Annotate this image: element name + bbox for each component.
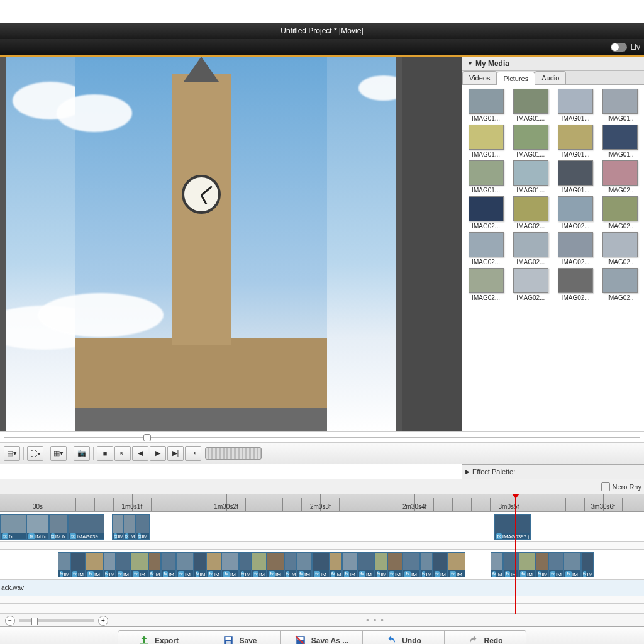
timeline-clip[interactable]: fxIM bbox=[116, 552, 131, 577]
media-thumbnail[interactable]: IMAG01... bbox=[465, 125, 507, 158]
timeline-clip[interactable]: fxIM bbox=[206, 552, 221, 577]
save-button[interactable]: Save bbox=[199, 630, 281, 645]
export-button[interactable]: Export bbox=[118, 630, 199, 645]
media-panel-title[interactable]: My Media bbox=[462, 57, 644, 71]
playhead[interactable] bbox=[515, 494, 516, 614]
media-thumbnail[interactable]: IMAG02... bbox=[465, 268, 507, 301]
settings-menu-button[interactable]: ▤▾ bbox=[4, 446, 20, 461]
video-track-2[interactable]: fxIMfxIMfxIMfxIMfxIMfxIMfxIMfxIMfxIMfxIM… bbox=[0, 550, 644, 580]
timeline-clip[interactable]: fxIM bbox=[357, 552, 375, 577]
timeline-clip[interactable]: fx IM fx bbox=[26, 514, 49, 540]
timeline-clip[interactable]: fxIM bbox=[161, 552, 176, 577]
timeline-clip[interactable]: fx IMAG039 bbox=[68, 514, 104, 540]
step-forward-button[interactable]: ▶| bbox=[167, 446, 184, 461]
media-thumbnail[interactable]: IMAG02... bbox=[509, 196, 552, 230]
timeline-clip[interactable]: fx IMAG0397.j bbox=[494, 514, 531, 540]
timeline-clip[interactable]: fxIM bbox=[252, 552, 267, 577]
goto-start-button[interactable]: ⇤ bbox=[114, 446, 131, 461]
grip-handle[interactable]: • • • bbox=[112, 616, 639, 625]
timeline-clip[interactable]: fxIM bbox=[536, 552, 548, 577]
media-thumbnail[interactable]: IMAG02... bbox=[465, 232, 507, 265]
media-thumbnail[interactable]: IMAG01.. bbox=[599, 125, 641, 158]
media-thumbnail[interactable]: IMAG02... bbox=[555, 268, 597, 301]
step-back-button[interactable]: ◀ bbox=[132, 446, 148, 461]
timeline-clip[interactable]: fxIM bbox=[448, 552, 465, 577]
timeline-clip[interactable]: fx fx bbox=[0, 514, 26, 540]
live-toggle[interactable] bbox=[611, 43, 627, 52]
timeline-clip[interactable]: fxIM bbox=[402, 552, 420, 577]
ruler-label: 30s bbox=[33, 503, 43, 510]
timeline-clip[interactable]: fxIM bbox=[239, 552, 252, 577]
effect-palette-header[interactable]: Effect Palette: bbox=[462, 464, 644, 479]
media-thumbnail[interactable]: IMAG01... bbox=[509, 160, 552, 194]
timeline-clip[interactable]: fxIM bbox=[86, 552, 103, 577]
media-thumbnail[interactable]: IMAG02.. bbox=[599, 160, 641, 194]
media-thumbnail[interactable]: IMAG01... bbox=[465, 89, 507, 122]
media-thumbnail[interactable]: IMAG02... bbox=[555, 232, 597, 265]
timeline-clip[interactable]: fxIM bbox=[58, 552, 70, 577]
media-thumbnail[interactable]: IMAG02.. bbox=[599, 268, 641, 301]
timeline-clip[interactable]: fxIM bbox=[284, 552, 297, 577]
media-thumbnail[interactable]: IMAG02.. bbox=[599, 196, 641, 230]
media-thumbnail[interactable]: IMAG01... bbox=[509, 125, 552, 158]
timeline-clip[interactable]: fx IM fx bbox=[49, 514, 68, 540]
timeline-ruler[interactable]: 30s1m0s1f1m30s2f2m0s3f2m30s4f3m0s5f3m30s… bbox=[0, 494, 644, 512]
media-thumbnail[interactable]: IMAG02... bbox=[509, 232, 552, 265]
timeline-clip[interactable]: fxIM bbox=[131, 552, 148, 577]
timeline-clip[interactable]: fxIM bbox=[433, 552, 448, 577]
timeline-clip[interactable]: fxIM bbox=[548, 552, 564, 577]
nero-label[interactable]: Nero Rhy bbox=[613, 483, 641, 491]
timeline-clip[interactable]: fxIM bbox=[194, 552, 206, 577]
timeline-clip[interactable]: fx IM bbox=[112, 514, 123, 540]
media-thumbnail[interactable]: IMAG02.. bbox=[599, 232, 641, 265]
media-thumbnail[interactable]: IMAG02... bbox=[555, 196, 597, 230]
media-thumbnail[interactable]: IMAG01... bbox=[555, 125, 597, 158]
timeline-clip[interactable]: fxIM bbox=[564, 552, 581, 577]
stop-button[interactable]: ■ bbox=[97, 446, 113, 461]
undo-button[interactable]: Undo bbox=[363, 630, 445, 645]
scrub-bar[interactable] bbox=[0, 431, 644, 443]
media-thumbnail[interactable]: IMAG01.. bbox=[599, 89, 641, 122]
layout-button[interactable]: ▦▾ bbox=[50, 446, 67, 461]
timeline-clip[interactable]: fxIM bbox=[267, 552, 284, 577]
snapshot-button[interactable]: 📷 bbox=[74, 446, 90, 461]
video-track-1[interactable]: fx fxfx IM fxfx IM fxfx IMAG039fx IMfx I… bbox=[0, 512, 644, 542]
media-thumbnail[interactable]: IMAG02... bbox=[465, 196, 507, 230]
play-button[interactable]: ▶ bbox=[150, 446, 166, 461]
media-thumbnail[interactable]: IMAG01... bbox=[555, 160, 597, 194]
timeline-clip[interactable]: fxIM bbox=[342, 552, 357, 577]
timeline-clip[interactable]: fxIM bbox=[330, 552, 342, 577]
media-tab-pictures[interactable]: Pictures bbox=[496, 72, 535, 85]
timeline-clip[interactable]: fxIM bbox=[375, 552, 387, 577]
timeline-clip[interactable]: fxIM bbox=[420, 552, 433, 577]
timeline-clip[interactable]: fxIM bbox=[103, 552, 116, 577]
media-thumbnail[interactable]: IMAG01... bbox=[509, 89, 552, 122]
timeline-clip[interactable]: fxIM bbox=[70, 552, 86, 577]
fullscreen-button[interactable]: ⛶▾ bbox=[27, 446, 43, 461]
timeline-clip[interactable]: fxIM bbox=[221, 552, 239, 577]
zoom-slider[interactable] bbox=[19, 619, 94, 622]
media-thumbnail[interactable]: IMAG01... bbox=[465, 160, 507, 194]
zoom-out-button[interactable]: − bbox=[5, 616, 15, 626]
timeline-clip[interactable]: fx IM bbox=[123, 514, 136, 540]
media-thumbnail[interactable]: IMAG02... bbox=[509, 268, 552, 301]
timeline-clip[interactable]: fxIM bbox=[176, 552, 194, 577]
zoom-in-button[interactable]: + bbox=[98, 616, 108, 626]
goto-end-button[interactable]: ⇥ bbox=[185, 446, 201, 461]
svg-rect-2 bbox=[226, 641, 231, 644]
jog-wheel[interactable] bbox=[205, 447, 262, 460]
media-tab-audio[interactable]: Audio bbox=[535, 71, 566, 84]
timeline-clip[interactable]: fxIM bbox=[148, 552, 161, 577]
timeline-clip[interactable]: fxIM bbox=[387, 552, 402, 577]
timeline-clip[interactable]: fxIM bbox=[312, 552, 330, 577]
timeline-clip[interactable]: fxIM bbox=[581, 552, 594, 577]
media-thumbnail[interactable]: IMAG01... bbox=[555, 89, 597, 122]
timeline-clip[interactable]: fxIM bbox=[297, 552, 312, 577]
save-as-button[interactable]: Save As ... bbox=[281, 630, 363, 645]
timeline-clip[interactable]: fx IM fx bbox=[136, 514, 150, 540]
audio-track[interactable]: ack.wav bbox=[0, 580, 644, 596]
media-tab-videos[interactable]: Videos bbox=[462, 71, 497, 84]
redo-button[interactable]: Redo bbox=[445, 630, 526, 645]
timeline-clip[interactable]: fxIM bbox=[518, 552, 536, 577]
timeline-clip[interactable]: fxIM bbox=[491, 552, 503, 577]
